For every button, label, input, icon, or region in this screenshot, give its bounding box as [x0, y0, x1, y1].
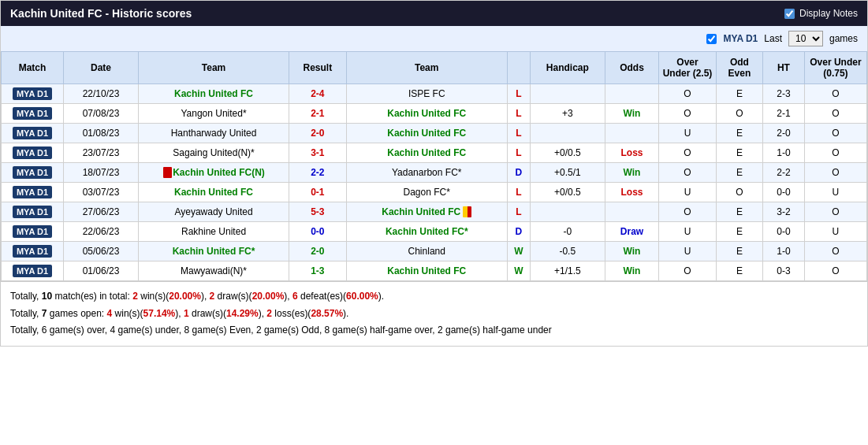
team1-cell: Sagaing United(N)* — [138, 143, 289, 163]
odd-even-cell: O — [716, 183, 762, 202]
match-badge-cell: MYA D1 — [2, 124, 64, 143]
table-row: MYA D122/10/23Kachin United FC2-4ISPE FC… — [2, 84, 867, 104]
over-under-075-cell: O — [804, 261, 866, 281]
outcome-cell: L — [507, 202, 530, 222]
odds-cell — [605, 84, 659, 104]
handicap-cell — [530, 84, 605, 104]
date-cell: 01/08/23 — [64, 124, 139, 143]
team1-cell: Kachin United FC — [138, 183, 289, 202]
col-match: Match — [2, 52, 64, 84]
ht-cell: 3-2 — [763, 202, 805, 222]
table-row: MYA D122/06/23Rakhine United0-0Kachin Un… — [2, 222, 867, 242]
summary-line2: Totally, 7 games open: 4 win(s)(57.14%),… — [10, 306, 858, 323]
match-badge: MYA D1 — [13, 146, 52, 159]
team2-cell: Kachin United FC — [346, 261, 507, 281]
odd-even-cell: E — [716, 202, 762, 222]
match-badge-cell: MYA D1 — [2, 242, 64, 261]
summary-line1: Totally, 10 match(es) in total: 2 win(s)… — [10, 288, 858, 306]
result-cell: 2-0 — [289, 124, 346, 143]
result-cell: 2-2 — [289, 163, 346, 183]
last-games-select[interactable]: 10 20 30 — [788, 31, 823, 46]
match-badge-cell: MYA D1 — [2, 183, 64, 202]
over-under-25-cell: U — [659, 242, 716, 261]
over-under-075-cell: O — [804, 202, 866, 222]
outcome-cell: D — [507, 163, 530, 183]
over-under-075-cell: O — [804, 242, 866, 261]
result-cell: 5-3 — [289, 202, 346, 222]
page-title: Kachin United FC - Historic scores — [10, 7, 192, 20]
match-badge: MYA D1 — [13, 206, 52, 218]
col-date: Date — [64, 52, 139, 84]
outcome-cell: D — [507, 222, 530, 242]
over-under-075-cell: O — [804, 143, 866, 163]
team2-cell: Kachin United FC — [346, 202, 507, 222]
table-row: MYA D105/06/23Kachin United FC*2-0Chinla… — [2, 242, 867, 261]
filter-bar: MYA D1 Last 10 20 30 games — [1, 26, 867, 51]
table-row: MYA D123/07/23Sagaing United(N)*3-1Kachi… — [2, 143, 867, 163]
team1-cell: Yangon United* — [138, 104, 289, 124]
odds-cell: Win — [605, 261, 659, 281]
ht-cell: 0-0 — [763, 222, 805, 242]
team1-cell: Hantharwady United — [138, 124, 289, 143]
date-cell: 22/10/23 — [64, 84, 139, 104]
col-odd-even: Odd Even — [716, 52, 762, 84]
date-cell: 27/06/23 — [64, 202, 139, 222]
table-row: MYA D103/07/23Kachin United FC0-1Dagon F… — [2, 183, 867, 202]
ht-cell: 0-3 — [763, 261, 805, 281]
odds-cell: Win — [605, 163, 659, 183]
col-handicap: Handicap — [530, 52, 605, 84]
match-badge: MYA D1 — [13, 245, 52, 258]
handicap-cell: +0.5/1 — [530, 163, 605, 183]
handicap-cell: +0/0.5 — [530, 143, 605, 163]
match-badge: MYA D1 — [13, 265, 52, 277]
header-bar: Kachin United FC - Historic scores Displ… — [1, 1, 867, 26]
over-under-25-cell: U — [659, 124, 716, 143]
date-cell: 22/06/23 — [64, 222, 139, 242]
league-filter-checkbox[interactable] — [706, 34, 717, 44]
date-cell: 07/08/23 — [64, 104, 139, 124]
match-badge-cell: MYA D1 — [2, 104, 64, 124]
team2-cell: Kachin United FC — [346, 143, 507, 163]
outcome-cell: L — [507, 183, 530, 202]
ht-cell: 2-2 — [763, 163, 805, 183]
outcome-cell: W — [507, 261, 530, 281]
table-row: MYA D118/07/23Kachin United FC(N)2-2Yada… — [2, 163, 867, 183]
display-notes-label: Display Notes — [799, 8, 858, 19]
team2-cell: Kachin United FC — [346, 104, 507, 124]
last-label: Last — [764, 33, 782, 44]
over-under-075-cell: O — [804, 124, 866, 143]
over-under-25-cell: O — [659, 202, 716, 222]
outcome-cell: L — [507, 84, 530, 104]
match-badge: MYA D1 — [13, 87, 52, 100]
date-cell: 01/06/23 — [64, 261, 139, 281]
over-under-25-cell: U — [659, 183, 716, 202]
odds-cell: Loss — [605, 183, 659, 202]
team2-cell: ISPE FC — [346, 84, 507, 104]
team2-cell: Kachin United FC* — [346, 222, 507, 242]
result-cell: 3-1 — [289, 143, 346, 163]
col-outcome — [507, 52, 530, 84]
result-cell: 2-4 — [289, 84, 346, 104]
team1-cell: Kachin United FC — [138, 84, 289, 104]
over-under-25-cell: O — [659, 84, 716, 104]
table-row: MYA D107/08/23Yangon United*2-1Kachin Un… — [2, 104, 867, 124]
match-badge-cell: MYA D1 — [2, 163, 64, 183]
odd-even-cell: E — [716, 242, 762, 261]
ht-cell: 2-1 — [763, 104, 805, 124]
result-cell: 2-1 — [289, 104, 346, 124]
over-under-25-cell: U — [659, 222, 716, 242]
over-under-25-cell: O — [659, 261, 716, 281]
odds-cell — [605, 124, 659, 143]
odds-cell: Draw — [605, 222, 659, 242]
outcome-cell: L — [507, 104, 530, 124]
col-over-under-075: Over Under (0.75) — [804, 52, 866, 84]
ht-cell: 0-0 — [763, 183, 805, 202]
handicap-cell: -0.5 — [530, 242, 605, 261]
team2-cell: Kachin United FC — [346, 124, 507, 143]
league-filter-label: MYA D1 — [723, 33, 758, 44]
col-team2: Team — [346, 52, 507, 84]
team1-cell: Ayeyawady United — [138, 202, 289, 222]
table-row: MYA D101/08/23Hantharwady United2-0Kachi… — [2, 124, 867, 143]
display-notes-checkbox[interactable] — [784, 9, 795, 19]
over-under-075-cell: O — [804, 163, 866, 183]
